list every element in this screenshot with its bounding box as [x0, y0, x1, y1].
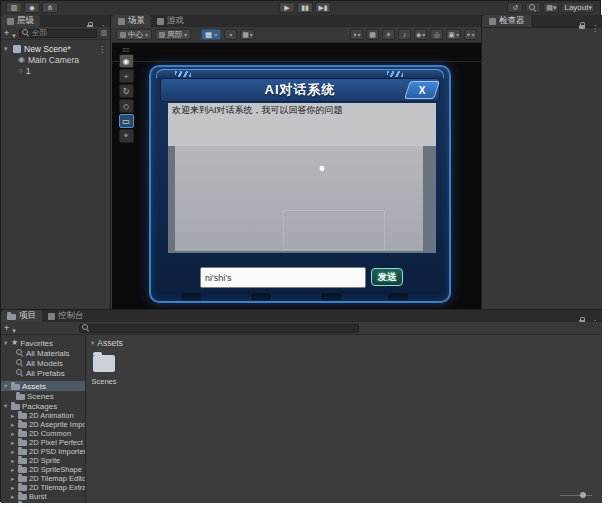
- package-label: 2D Tilemap Editor: [29, 474, 85, 483]
- scene-options-icon[interactable]: [98, 44, 106, 54]
- grid-snap-toggle[interactable]: ▦: [201, 29, 221, 40]
- project-content-area[interactable]: ▾Assets Scenes: [87, 335, 602, 503]
- add-dropdown-icon[interactable]: [12, 24, 16, 42]
- foldout-icon[interactable]: ▸: [11, 484, 16, 492]
- view-options-dropdown[interactable]: ◑: [350, 29, 363, 40]
- tab-console[interactable]: 控制台: [42, 310, 90, 322]
- dialog-close-button[interactable]: X: [404, 81, 440, 99]
- tree-row-scene[interactable]: ▾ New Scene*: [1, 43, 110, 54]
- scene-audio-button[interactable]: ♪: [398, 29, 411, 40]
- asset-tile-scenes[interactable]: Scenes: [87, 335, 121, 395]
- scene-lighting-button[interactable]: ☀: [382, 29, 395, 40]
- rotate-tool-icon: ↻: [123, 87, 130, 96]
- tab-hierarchy[interactable]: 层级: [1, 15, 40, 27]
- search-button[interactable]: [525, 2, 541, 13]
- scene-visibility-button[interactable]: ◎: [430, 29, 443, 40]
- pause-button[interactable]: ▮▮: [297, 2, 313, 13]
- hierarchy-tab-label: 层级: [17, 15, 34, 27]
- tree-row-package[interactable]: ▸2D PSD Importer: [1, 447, 85, 456]
- chat-input[interactable]: [200, 267, 366, 288]
- tree-row-package[interactable]: ▸Burst: [1, 492, 85, 501]
- view-tool-button[interactable]: ◉: [119, 54, 134, 68]
- step-button[interactable]: ▶▮: [315, 2, 331, 13]
- foldout-icon[interactable]: ▾: [4, 402, 9, 410]
- kebab-menu-icon[interactable]: [591, 17, 599, 35]
- add-object-button[interactable]: +: [4, 29, 9, 38]
- foldout-icon[interactable]: ▸: [11, 457, 16, 465]
- project-search-input[interactable]: [79, 324, 359, 333]
- scene-viewport[interactable]: ≡≡ ◉ + ↻ ◇ ▭ ⌖ AI对话系统 X 欢迎来到AI对话系统，我可以回答…: [112, 43, 481, 309]
- tool-settings-dropdown[interactable]: ▦: [240, 29, 255, 40]
- foldout-icon[interactable]: ▸: [11, 493, 16, 501]
- chevron-down-icon: [250, 31, 253, 38]
- tree-row-package[interactable]: ▸2D Sprite: [1, 456, 85, 465]
- foldout-icon[interactable]: ▸: [11, 466, 16, 474]
- chevron-down-icon: [553, 4, 557, 11]
- tree-row-scenes[interactable]: Scenes: [1, 391, 85, 401]
- tree-row-assets[interactable]: ▾Assets: [1, 381, 85, 391]
- hierarchy-search-input[interactable]: 全部: [19, 29, 98, 38]
- gizmos-dropdown[interactable]: ⌖: [464, 29, 477, 40]
- foldout-icon[interactable]: ▸: [11, 475, 16, 483]
- play-button[interactable]: ▶: [279, 2, 295, 13]
- lock-icon[interactable]: [579, 22, 586, 30]
- grid-visibility-button[interactable]: ▦: [366, 29, 379, 40]
- pivot-dropdown[interactable]: 中心: [116, 29, 152, 40]
- version-control-icon[interactable]: ⋔: [42, 2, 58, 13]
- gameobject-label: 1: [26, 66, 31, 76]
- camera-settings-dropdown[interactable]: ▣: [446, 29, 461, 40]
- tree-row-favorites[interactable]: ▾★Favorites: [1, 338, 85, 348]
- transform-tool-button[interactable]: ⌖: [119, 129, 134, 143]
- move-tool-button[interactable]: +: [119, 69, 134, 83]
- layout-dropdown[interactable]: Layout: [561, 2, 595, 13]
- grid-tools-icon[interactable]: ▥: [6, 2, 22, 13]
- cloud-services-icon[interactable]: ◆: [24, 2, 40, 13]
- tab-project[interactable]: 项目: [1, 310, 42, 322]
- ai-dialog-window: AI对话系统 X 欢迎来到AI对话系统，我可以回答你的问题 发送: [149, 65, 451, 303]
- foldout-icon[interactable]: ▾: [4, 339, 9, 347]
- tree-row-package[interactable]: ▸2D Tilemap Editor: [1, 474, 85, 483]
- foldout-icon[interactable]: ▾: [4, 382, 9, 390]
- foldout-icon[interactable]: ▸: [11, 439, 16, 447]
- foldout-icon[interactable]: ▸: [11, 421, 16, 429]
- tree-row-all-materials[interactable]: All Materials: [1, 348, 85, 358]
- slider-thumb[interactable]: [580, 492, 586, 498]
- tree-row-package[interactable]: ▸Collections: [1, 501, 85, 503]
- thumbnail-zoom-slider[interactable]: [560, 492, 592, 498]
- undo-history-button[interactable]: ↺: [507, 2, 523, 13]
- tree-row-object-1[interactable]: ○ 1: [1, 65, 110, 76]
- tree-row-all-prefabs[interactable]: All Prefabs: [1, 368, 85, 378]
- send-button[interactable]: 发送: [371, 268, 403, 286]
- foldout-icon[interactable]: ▾: [4, 45, 10, 53]
- tree-row-all-models[interactable]: All Models: [1, 358, 85, 368]
- add-asset-button[interactable]: +: [4, 324, 9, 333]
- orientation-dropdown[interactable]: 局部: [155, 29, 191, 40]
- effects-dropdown[interactable]: ◈: [414, 29, 427, 40]
- rect-tool-button[interactable]: ▭: [119, 114, 134, 128]
- foldout-icon[interactable]: ▸: [11, 430, 16, 438]
- tab-game[interactable]: 游戏: [151, 15, 190, 27]
- tree-row-packages[interactable]: ▾Packages: [1, 401, 85, 411]
- layout-label: Layout: [564, 4, 588, 12]
- snap-increment-dropdown[interactable]: [224, 29, 237, 40]
- tree-row-package[interactable]: ▸2D Tilemap Extras: [1, 483, 85, 492]
- layers-dropdown[interactable]: ▤: [543, 2, 559, 13]
- scale-tool-button[interactable]: ◇: [119, 99, 134, 113]
- tree-row-main-camera[interactable]: ◉ Main Camera: [1, 54, 110, 65]
- transform-tool-icon: ⌖: [124, 131, 129, 141]
- tree-row-package[interactable]: ▸2D Pixel Perfect: [1, 438, 85, 447]
- foldout-icon[interactable]: ▸: [11, 502, 16, 504]
- rotate-tool-button[interactable]: ↻: [119, 84, 134, 98]
- tab-scene[interactable]: 场景: [112, 15, 151, 27]
- foldout-icon[interactable]: ▸: [11, 448, 16, 456]
- tree-row-package[interactable]: ▸2D SpriteShape: [1, 465, 85, 474]
- toolbar-right-group: ↺ ▤ Layout: [507, 2, 595, 13]
- overlay-drag-handle[interactable]: ≡≡: [122, 47, 129, 53]
- tab-inspector[interactable]: 检查器: [483, 15, 531, 27]
- filter-icon[interactable]: ▥: [100, 29, 107, 37]
- tree-row-package[interactable]: ▸2D Animation: [1, 411, 85, 420]
- tree-row-package[interactable]: ▸2D Aseprite Importer: [1, 420, 85, 429]
- tree-row-package[interactable]: ▸2D Common: [1, 429, 85, 438]
- slider-track: [560, 495, 592, 496]
- foldout-icon[interactable]: ▸: [11, 412, 16, 420]
